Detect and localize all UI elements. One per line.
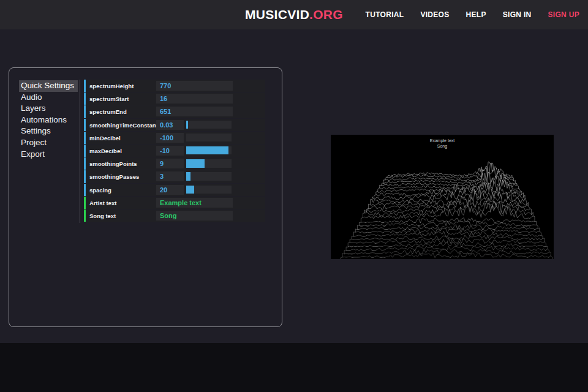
- setting-slider[interactable]: [186, 146, 232, 155]
- setting-row-spectrumHeight: spectrumHeight 770: [84, 80, 265, 92]
- top-navbar: MUSICVID.ORG TUTORIAL VIDEOS HELP SIGN I…: [0, 0, 588, 29]
- preview-artist-text: Example text: [331, 138, 554, 143]
- menu-item-audio[interactable]: Audio: [19, 92, 78, 104]
- setting-row-spacing: spacing 20: [84, 184, 265, 196]
- nav-sign-up[interactable]: SIGN UP: [548, 10, 579, 19]
- setting-label: smoothingTimeConstant: [89, 121, 158, 128]
- row-accent-stripe: [84, 209, 86, 222]
- setting-label: minDecibel: [89, 134, 121, 141]
- setting-slider[interactable]: [186, 186, 232, 194]
- row-accent-stripe: [84, 80, 86, 92]
- row-accent-stripe: [84, 145, 86, 157]
- spectrum-mountain-visualization: [331, 135, 554, 259]
- nav-help[interactable]: HELP: [466, 10, 486, 19]
- settings-panel: Quick Settings Audio Layers Automations …: [9, 67, 282, 327]
- setting-label: spectrumEnd: [89, 108, 127, 115]
- nav-sign-in[interactable]: SIGN IN: [503, 10, 532, 19]
- setting-row-artist-text: Artist text Example text: [84, 197, 265, 209]
- setting-label: spectrumHeight: [89, 83, 134, 89]
- nav-tutorial[interactable]: TUTORIAL: [366, 10, 404, 19]
- setting-slider[interactable]: [186, 134, 232, 142]
- menu-item-project[interactable]: Project: [19, 137, 78, 149]
- row-accent-stripe: [84, 170, 86, 183]
- row-accent-stripe: [84, 132, 86, 144]
- menu-item-settings[interactable]: Settings: [19, 126, 78, 137]
- setting-label: smoothingPoints: [89, 160, 137, 167]
- setting-row-smoothingPoints: smoothingPoints 9: [84, 157, 265, 170]
- setting-row-minDecibel: minDecibel -100: [84, 132, 265, 144]
- setting-label: Artist text: [89, 199, 116, 206]
- setting-slider[interactable]: [186, 159, 232, 168]
- setting-label: maxDecibel: [89, 148, 122, 154]
- setting-value-field[interactable]: 9: [156, 159, 184, 168]
- setting-value-field[interactable]: 770: [156, 81, 233, 91]
- setting-value-field[interactable]: 20: [156, 185, 184, 195]
- setting-row-song-text: Song text Song: [84, 209, 265, 222]
- setting-value-field[interactable]: 0.03: [156, 120, 184, 130]
- menu-item-automations[interactable]: Automations: [19, 115, 78, 126]
- setting-label: spectrumStart: [89, 96, 129, 102]
- setting-label: smoothingPasses: [89, 173, 139, 180]
- player-bar: 00:52.30: [0, 343, 588, 392]
- settings-rows: spectrumHeight 770 spectrumStart 16 spec…: [84, 80, 265, 222]
- setting-value-field[interactable]: Example text: [156, 198, 233, 208]
- row-accent-stripe: [84, 105, 86, 118]
- setting-row-maxDecibel: maxDecibel -10: [84, 145, 265, 157]
- preview-song-text: Song: [331, 143, 554, 149]
- logo-primary: MUSICVID: [245, 7, 309, 21]
- setting-label: spacing: [89, 186, 111, 193]
- setting-label: Song text: [89, 212, 116, 219]
- app: MUSICVID.ORG TUTORIAL VIDEOS HELP SIGN I…: [0, 0, 588, 392]
- setting-value-field[interactable]: 651: [156, 107, 233, 116]
- nav-links: TUTORIAL VIDEOS HELP SIGN IN SIGN UP: [366, 0, 579, 29]
- row-accent-stripe: [84, 157, 86, 170]
- menu-item-export[interactable]: Export: [19, 149, 78, 160]
- setting-row-spectrumEnd: spectrumEnd 651: [84, 105, 265, 118]
- setting-slider[interactable]: [186, 121, 232, 129]
- setting-value-field[interactable]: -100: [156, 133, 184, 143]
- row-accent-stripe: [84, 92, 86, 105]
- slider-fill: [186, 186, 194, 194]
- site-logo[interactable]: MUSICVID.ORG: [245, 7, 343, 22]
- row-accent-stripe: [84, 119, 86, 131]
- nav-videos[interactable]: VIDEOS: [420, 10, 449, 19]
- setting-value-field[interactable]: 3: [156, 172, 184, 181]
- setting-slider[interactable]: [186, 172, 232, 181]
- setting-row-spectrumStart: spectrumStart 16: [84, 92, 265, 105]
- menu-item-quick-settings[interactable]: Quick Settings: [19, 80, 78, 92]
- menu-item-layers[interactable]: Layers: [19, 103, 78, 115]
- settings-menu: Quick Settings Audio Layers Automations …: [19, 80, 78, 160]
- preview-canvas: Example text Song: [331, 135, 554, 259]
- slider-fill: [186, 159, 205, 168]
- setting-row-smoothingTimeConstant: smoothingTimeConstant 0.03: [84, 119, 265, 131]
- slider-fill: [186, 121, 188, 129]
- setting-value-field[interactable]: -10: [156, 146, 184, 156]
- setting-value-field[interactable]: Song: [156, 211, 233, 221]
- row-accent-stripe: [84, 184, 86, 196]
- setting-value-field[interactable]: 16: [156, 94, 233, 104]
- slider-fill: [186, 146, 228, 155]
- row-accent-stripe: [84, 197, 86, 209]
- slider-fill: [186, 172, 190, 181]
- logo-accent: .ORG: [309, 7, 343, 21]
- setting-row-smoothingPasses: smoothingPasses 3: [84, 170, 265, 183]
- menu-divider: [80, 80, 80, 223]
- preview-title-overlay: Example text Song: [331, 138, 554, 149]
